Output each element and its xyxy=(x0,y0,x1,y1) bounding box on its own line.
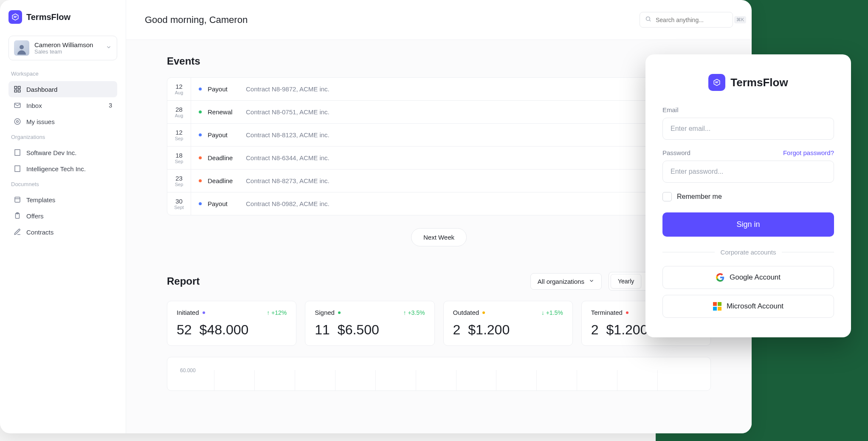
event-date: 30Sept xyxy=(167,192,191,215)
sidebar-item-label: Contracts xyxy=(26,229,54,236)
sidebar-item-my-issues[interactable]: My issues xyxy=(8,113,117,130)
event-type: Deadline xyxy=(208,177,246,184)
event-dot xyxy=(199,156,202,159)
search-box[interactable]: ⌘K xyxy=(640,12,733,28)
sidebar-item-org-1[interactable]: Software Dev Inc. xyxy=(8,144,117,161)
card-amount: $1.200 xyxy=(468,322,510,338)
card-dot xyxy=(626,311,628,314)
card-title: Signed xyxy=(315,309,335,316)
sidebar-item-label: My issues xyxy=(26,118,55,125)
nav-documents: Templates Offers Contracts xyxy=(8,192,117,240)
event-date: 12Aug xyxy=(167,78,191,100)
sidebar-item-offers[interactable]: Offers xyxy=(8,208,117,224)
svg-rect-2 xyxy=(14,86,17,88)
sidebar: TermsFlow Cameron Williamson Sales team … xyxy=(0,0,126,433)
card-count: 52 xyxy=(177,322,192,338)
search-icon xyxy=(645,16,651,24)
event-row[interactable]: 18Sep Deadline Contract N8-6344, ACME in… xyxy=(167,147,710,170)
event-date: 12Sep xyxy=(167,124,191,146)
card-title: Outdated xyxy=(453,309,479,316)
svg-rect-4 xyxy=(14,90,17,92)
report-card: Signed ↑ +3.5% 11 $6.500 xyxy=(305,301,434,346)
org-filter-dropdown[interactable]: All organizations xyxy=(530,273,602,290)
event-row[interactable]: 12Sep Payout Contract N8-8123, ACME inc.… xyxy=(167,124,710,147)
card-count: 2 xyxy=(453,322,461,338)
event-type: Deadline xyxy=(208,154,246,161)
user-role: Sales team xyxy=(34,48,93,55)
card-title: Terminated xyxy=(591,309,623,316)
svg-point-21 xyxy=(646,17,650,21)
password-label: Password xyxy=(662,149,690,156)
email-label: Email xyxy=(662,106,834,113)
card-amount: $48.000 xyxy=(200,322,249,338)
sidebar-item-org-2[interactable]: Intelligence Tech Inc. xyxy=(8,161,117,177)
event-desc: Contract N8-9872, ACME inc. xyxy=(246,85,686,93)
card-title: Initiated xyxy=(177,309,199,316)
card-dot xyxy=(482,311,485,314)
search-input[interactable] xyxy=(656,17,730,23)
sidebar-item-templates[interactable]: Templates xyxy=(8,192,117,208)
event-row[interactable]: 23Sep Deadline Contract N8-8273, ACME in… xyxy=(167,170,710,192)
email-field[interactable] xyxy=(662,118,834,140)
next-week-button[interactable]: Next Week xyxy=(411,228,467,246)
card-dot xyxy=(338,311,341,314)
sso-divider: Corporate accounts xyxy=(662,249,834,256)
inbox-badge: 3 xyxy=(109,102,112,109)
forgot-password-link[interactable]: Forgot password? xyxy=(783,149,834,156)
user-card[interactable]: Cameron Williamson Sales team xyxy=(8,36,117,60)
event-row[interactable]: 28Aug Renewal Contract N8-0751, ACME inc… xyxy=(167,101,710,124)
event-desc: Contract N8-0982, ACME inc. xyxy=(246,200,681,207)
event-type: Payout xyxy=(208,131,246,139)
microsoft-icon xyxy=(713,302,721,311)
sidebar-item-inbox[interactable]: Inbox 3 xyxy=(8,97,117,113)
nav-workspace: Dashboard Inbox 3 My issues xyxy=(8,81,117,130)
event-type: Payout xyxy=(208,200,246,207)
event-dot xyxy=(199,133,202,136)
event-dot xyxy=(199,202,202,205)
svg-point-7 xyxy=(14,119,20,124)
sso-divider-label: Corporate accounts xyxy=(721,249,776,256)
event-dot xyxy=(199,179,202,182)
section-label-organizations: Organizations xyxy=(11,134,115,140)
event-date: 28Aug xyxy=(167,101,191,123)
event-type: Renewal xyxy=(208,108,246,116)
svg-point-1 xyxy=(20,45,24,49)
org-filter-label: All organizations xyxy=(538,278,584,285)
avatar xyxy=(14,40,29,56)
event-row[interactable]: 12Aug Payout Contract N8-9872, ACME inc.… xyxy=(167,78,710,101)
sidebar-item-dashboard[interactable]: Dashboard xyxy=(8,81,117,97)
password-field[interactable] xyxy=(662,161,834,183)
remember-label: Remember me xyxy=(677,193,722,201)
event-row[interactable]: 30Sept Payout Contract N8-0982, ACME inc… xyxy=(167,192,710,215)
sso-microsoft-button[interactable]: Microsoft Account xyxy=(662,295,834,318)
remember-me[interactable]: Remember me xyxy=(662,192,834,201)
card-growth: ↓ +1.5% xyxy=(541,309,563,316)
report-card: Initiated ↑ +12% 52 $48.000 xyxy=(167,301,296,346)
sidebar-item-label: Templates xyxy=(26,196,55,204)
sidebar-item-contracts[interactable]: Contracts xyxy=(8,224,117,240)
svg-rect-9 xyxy=(15,150,20,155)
svg-rect-14 xyxy=(15,166,20,172)
event-desc: Contract N8-0751, ACME inc. xyxy=(246,108,671,116)
card-count: 11 xyxy=(315,322,330,338)
building-icon xyxy=(14,165,21,172)
remember-checkbox[interactable] xyxy=(662,192,672,201)
sso-microsoft-label: Microsoft Account xyxy=(727,302,783,311)
nav-organizations: Software Dev Inc. Intelligence Tech Inc. xyxy=(8,144,117,177)
card-amount: $6.500 xyxy=(338,322,379,338)
building-icon xyxy=(14,149,21,156)
tab-yearly[interactable]: Yearly xyxy=(611,274,641,288)
event-date: 23Sep xyxy=(167,170,191,192)
event-dot xyxy=(199,88,202,90)
sidebar-item-label: Intelligence Tech Inc. xyxy=(26,165,86,172)
clipboard-icon xyxy=(14,212,21,220)
page-title: Good morning, Cameron xyxy=(145,14,248,25)
sso-google-button[interactable]: Google Account xyxy=(662,266,834,289)
events-list: 12Aug Payout Contract N8-9872, ACME inc.… xyxy=(167,77,711,215)
signin-button[interactable]: Sign in xyxy=(662,212,834,237)
grid-icon xyxy=(14,85,21,93)
events-title: Events xyxy=(167,55,711,67)
report-header: Report All organizations YearlyMonthlyWe… xyxy=(167,272,711,291)
brand-icon xyxy=(708,74,725,91)
login-brand: TermsFlow xyxy=(662,74,834,91)
